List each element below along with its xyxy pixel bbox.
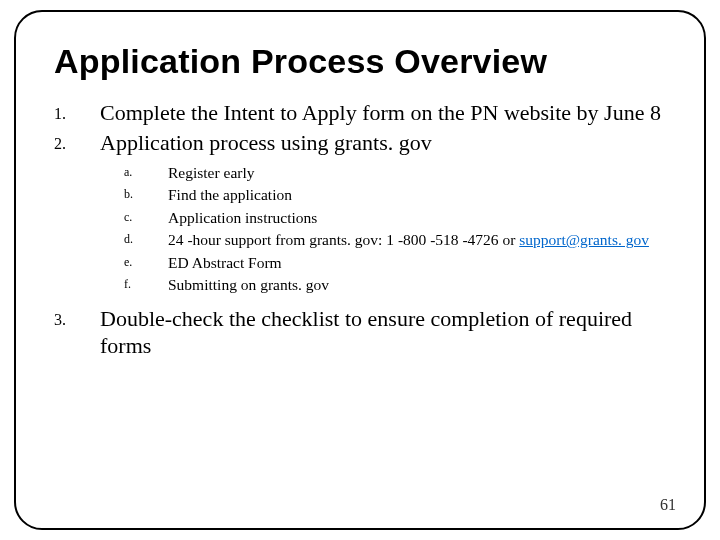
sub-list-marker: c.: [124, 207, 168, 229]
page-number: 61: [660, 496, 676, 514]
list-text: Double-check the checklist to ensure com…: [100, 305, 666, 360]
sub-list-marker: e.: [124, 252, 168, 274]
list-marker: 1.: [54, 99, 100, 127]
slide-title: Application Process Overview: [54, 42, 666, 81]
sub-list-text: Application instructions: [168, 207, 666, 229]
sub-text-pre: 24 -hour support from grants. gov: 1 -80…: [168, 231, 519, 248]
slide-frame: Application Process Overview 1. Complete…: [14, 10, 706, 530]
list-marker: 2.: [54, 129, 100, 157]
sub-list-item: e. ED Abstract Form: [124, 252, 666, 274]
sub-list-item: f. Submitting on grants. gov: [124, 274, 666, 296]
sub-list-marker: d.: [124, 229, 168, 251]
sub-list-marker: b.: [124, 184, 168, 206]
list-text: Complete the Intent to Apply form on the…: [100, 99, 666, 127]
sub-list-marker: f.: [124, 274, 168, 296]
list-item: 3. Double-check the checklist to ensure …: [54, 305, 666, 360]
sub-list-item: b. Find the application: [124, 184, 666, 206]
support-email-link[interactable]: support@grants. gov: [519, 231, 649, 248]
sub-list-text: 24 -hour support from grants. gov: 1 -80…: [168, 229, 666, 251]
list-text: Application process using grants. gov: [100, 129, 666, 157]
sub-list-item: c. Application instructions: [124, 207, 666, 229]
sub-list-item: d. 24 -hour support from grants. gov: 1 …: [124, 229, 666, 251]
main-list-continued: 3. Double-check the checklist to ensure …: [54, 305, 666, 360]
sub-list: a. Register early b. Find the applicatio…: [124, 162, 666, 297]
main-list: 1. Complete the Intent to Apply form on …: [54, 99, 666, 156]
list-marker: 3.: [54, 305, 100, 360]
sub-list-text: Submitting on grants. gov: [168, 274, 666, 296]
sub-list-text: Register early: [168, 162, 666, 184]
sub-list-item: a. Register early: [124, 162, 666, 184]
sub-list-text: Find the application: [168, 184, 666, 206]
list-item: 1. Complete the Intent to Apply form on …: [54, 99, 666, 127]
sub-list-text: ED Abstract Form: [168, 252, 666, 274]
sub-list-marker: a.: [124, 162, 168, 184]
list-item: 2. Application process using grants. gov: [54, 129, 666, 157]
